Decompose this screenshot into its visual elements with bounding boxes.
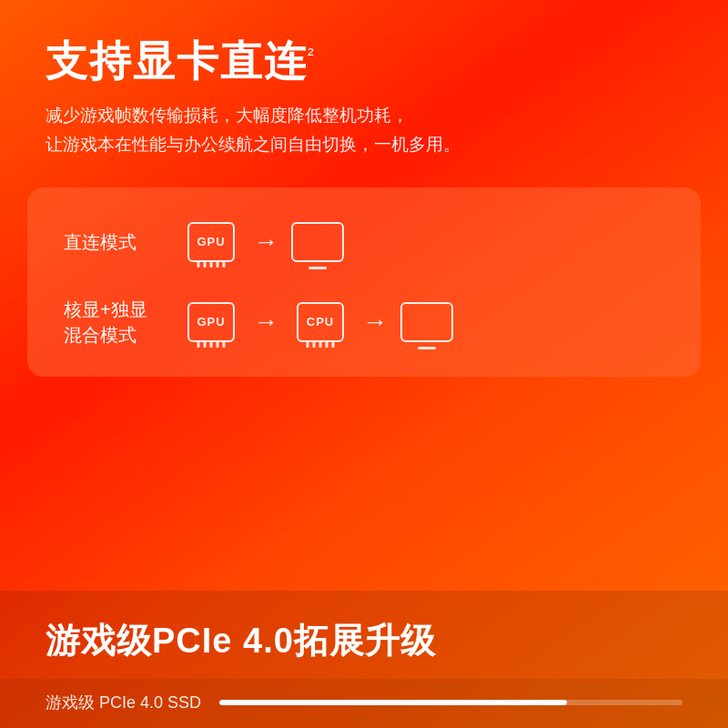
pin bbox=[204, 261, 207, 268]
diagram-flow-hybrid: GPU → CPU bbox=[182, 295, 453, 349]
cpu-chip-icon: CPU bbox=[291, 295, 349, 349]
pin bbox=[326, 341, 329, 348]
pin bbox=[319, 341, 322, 348]
bottom-section: 游戏级PCIe 4.0拓展升级 游戏级 PCIe 4.0 SSD bbox=[0, 591, 728, 728]
gpu-chip-label-2: GPU bbox=[197, 315, 225, 329]
title-superscript: ² bbox=[308, 45, 316, 65]
gpu-chip-pins-2 bbox=[197, 341, 226, 348]
row-label-hybrid: 核显+独显 混合模式 bbox=[64, 297, 164, 348]
pcie-title: 游戏级PCIe 4.0拓展升级 bbox=[46, 618, 682, 664]
pin bbox=[204, 341, 207, 348]
cpu-chip-label: CPU bbox=[307, 315, 334, 329]
pin bbox=[210, 341, 213, 348]
pcie-title-area: 游戏级PCIe 4.0拓展升级 bbox=[0, 591, 728, 679]
mid-spacer bbox=[0, 377, 728, 591]
diagram-row-hybrid: 核显+独显 混合模式 GPU bbox=[64, 295, 664, 349]
pin bbox=[223, 341, 226, 348]
monitor-wrapper-2 bbox=[400, 302, 453, 342]
monitor-stand-2 bbox=[418, 347, 436, 349]
diagram-card: 直连模式 GPU → bbox=[27, 187, 701, 377]
monitor-stand-1 bbox=[308, 267, 327, 269]
subtitle-line1: 减少游戏帧数传输损耗，大幅度降低整机功耗， bbox=[46, 106, 409, 125]
gpu-chip-pins bbox=[197, 261, 226, 268]
pcie-bar-track bbox=[219, 700, 682, 705]
pcie-subtitle-label: 游戏级 PCIe 4.0 SSD bbox=[46, 692, 201, 713]
pcie-subtitle-row: 游戏级 PCIe 4.0 SSD bbox=[0, 679, 728, 728]
top-section: 支持显卡直连² 减少游戏帧数传输损耗，大幅度降低整机功耗， 让游戏本在性能与办公… bbox=[0, 0, 728, 187]
arrow-icon-1: → bbox=[253, 229, 278, 255]
pin bbox=[197, 341, 200, 348]
row-label-direct: 直连模式 bbox=[64, 229, 164, 255]
diagram-flow-direct: GPU → bbox=[182, 215, 344, 269]
cpu-chip-pins bbox=[307, 341, 335, 348]
pin bbox=[223, 261, 226, 268]
diagram-row-direct: 直连模式 GPU → bbox=[64, 215, 664, 269]
gpu-chip-label: GPU bbox=[197, 235, 225, 248]
arrow-icon-2: → bbox=[253, 309, 278, 335]
pcie-bar-fill bbox=[219, 700, 567, 705]
pin bbox=[307, 341, 309, 348]
cpu-chip-body: CPU bbox=[297, 302, 344, 342]
gpu-chip-icon: GPU bbox=[182, 215, 240, 269]
main-title: 支持显卡直连² bbox=[46, 36, 682, 86]
page-container: 支持显卡直连² 减少游戏帧数传输损耗，大幅度降低整机功耗， 让游戏本在性能与办公… bbox=[0, 0, 728, 728]
monitor-icon-2 bbox=[400, 302, 453, 342]
pin bbox=[217, 261, 219, 268]
pin bbox=[332, 341, 335, 348]
gpu-chip-icon-2: GPU bbox=[182, 295, 240, 349]
main-title-text: 支持显卡直连 bbox=[46, 37, 308, 85]
gpu-chip-body: GPU bbox=[187, 222, 235, 262]
subtitle-line2: 让游戏本在性能与办公续航之间自由切换，一机多用。 bbox=[46, 135, 460, 154]
monitor-icon-1 bbox=[291, 222, 344, 262]
hybrid-label-line1: 核显+独显 bbox=[64, 299, 147, 319]
subtitle: 减少游戏帧数传输损耗，大幅度降低整机功耗， 让游戏本在性能与办公续航之间自由切换… bbox=[46, 101, 682, 160]
pin bbox=[217, 341, 219, 348]
gpu-chip-body-2: GPU bbox=[187, 302, 235, 342]
pin bbox=[197, 261, 200, 268]
monitor-wrapper-1 bbox=[291, 222, 344, 262]
arrow-icon-3: → bbox=[362, 309, 388, 335]
pin bbox=[313, 341, 316, 348]
pin bbox=[210, 261, 213, 268]
hybrid-label-line2: 混合模式 bbox=[64, 325, 136, 345]
